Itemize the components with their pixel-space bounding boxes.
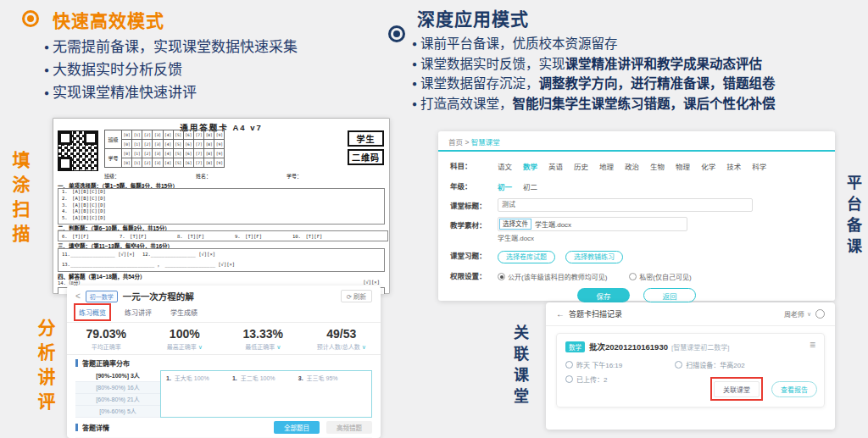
subject-option-英语[interactable]: 英语 [548, 163, 563, 171]
subject-option-数学[interactable]: 数学 [523, 163, 537, 171]
bullet-item: ●课堂数据留存沉淀，调整教学方向，进行精准备课，错题组卷 [412, 74, 776, 94]
student-name: 王二毛 [241, 375, 260, 381]
dist-range-list: [90%-100%] 3人[80%-90%) 16人[60%-80%) 21人[… [75, 370, 160, 418]
subject-option-生物[interactable]: 生物 [650, 163, 665, 171]
bullet-text: 无需提前备课，实现课堂数据快速采集 [53, 39, 298, 55]
id-row-label: 班级 [105, 130, 122, 149]
permission-option[interactable]: 公开(该年级该科目的教师均可见) [498, 274, 607, 281]
stat-block: 79.03%平均正确率 [67, 327, 146, 351]
permission-label: 权限设置： [450, 270, 498, 280]
breadcrumb-home[interactable]: 首页 [448, 138, 463, 147]
digit-bubble: [0] [122, 130, 132, 140]
student-entry: 1. 王大毛 100% [166, 374, 232, 382]
subject-option-历史[interactable]: 历史 [574, 163, 588, 171]
permission-option[interactable]: 私密(仅自己可见) [629, 274, 691, 281]
user-dropdown[interactable]: 周老师 ∨ [784, 309, 825, 319]
menu-icon[interactable]: ≡ [810, 339, 815, 351]
choice-answer-box: 1. [A][B][C][D]2. [A][B][C][D]3. [A][B][… [58, 188, 385, 225]
fill-line: 13.______________________________ ， ____… [58, 259, 384, 269]
batch-id: 批次20201210161930 [589, 341, 668, 352]
grade-option-初一[interactable]: 初一 [498, 183, 512, 191]
digit-bubble: [1] [132, 158, 142, 168]
tab-学生成绩[interactable]: 学生成绩 [169, 307, 199, 318]
bullet-text-bold: 智能归集学生课堂练习错题，课后个性化补偿 [513, 97, 776, 111]
back-arrow-icon[interactable]: ← [556, 309, 565, 319]
lesson-prep-panel: 首页 > 智慧课堂 科目： 语文数学英语历史地理政治生物物理化学技术科学 年级：… [438, 131, 835, 301]
subject-option-语文[interactable]: 语文 [498, 163, 512, 171]
choice-row: 5. [A][B][C][D] [58, 215, 384, 222]
subject-option-政治[interactable]: 政治 [625, 163, 639, 171]
material-file-input[interactable]: 选择文件 学生端.docx [498, 217, 687, 231]
permission-option-label: 公开(该年级该科目的教师均可见) [508, 274, 607, 281]
frequent-errors-button[interactable]: 高频错题 [326, 421, 372, 434]
student-entry: 1. 王二毛 100% [232, 374, 298, 382]
chevron-down-icon[interactable]: ∨ [360, 344, 366, 350]
chevron-down-icon[interactable]: ∨ [275, 344, 281, 350]
digit-bubble: [2] [142, 140, 153, 149]
back-icon[interactable]: < [75, 291, 81, 301]
link-class-button[interactable]: 关联课堂 [714, 381, 760, 397]
digit-bubble: [0] [122, 149, 132, 158]
deep-mode-bullets: ●课前平台备课，优质校本资源留存●课堂数据实时反馈，实现课堂精准讲评和教学成果动… [412, 34, 776, 114]
bullet-dot: ● [44, 88, 49, 97]
dist-range-item[interactable]: [80%-90%) 16人 [75, 382, 160, 394]
bullet-dot: ● [412, 99, 417, 108]
return-button[interactable]: 返回 [643, 288, 696, 302]
qr-code [58, 130, 98, 171]
exercise-button[interactable]: 选择卷库试题 [498, 251, 555, 263]
scanner-icon [675, 361, 682, 369]
exercise-button[interactable]: 选择教辅练习 [565, 251, 623, 263]
stat-block: 49/53预计人数/总人数 ∨ [303, 327, 381, 351]
grade-option-初二[interactable]: 初二 [523, 183, 537, 191]
scan-record-panel: ← 答题卡扫描记录 周老师 ∨ 数学 批次20201210161930 [智慧课… [546, 302, 835, 430]
dist-range-item[interactable]: [60%-80%) 21人 [75, 394, 160, 406]
dist-range-item[interactable]: [0%-60%) 5人 [75, 406, 160, 418]
batch-note: [智慧课堂初二数学] [671, 342, 729, 352]
scan-title: 答题卡扫描记录 [569, 308, 622, 319]
bullet-text: 课堂数据留存沉淀， [420, 76, 539, 91]
dist-range-item[interactable]: [90%-100%] 3人 [75, 370, 160, 382]
digit-bubble: [9] [214, 158, 225, 168]
subject-option-物理[interactable]: 物理 [676, 163, 690, 171]
digit-bubble: [3] [153, 158, 163, 168]
digit-bubble: [5] [173, 149, 183, 158]
digit-bubble: [5] [173, 158, 183, 168]
exercise-label: 课堂习题： [450, 250, 498, 260]
chevron-down-icon: ∨ [807, 311, 811, 318]
digit-bubble: [4] [163, 130, 173, 140]
analysis-tabs: 练习概览练习讲评学生成绩 [67, 304, 381, 322]
digit-bubble: [4] [163, 149, 173, 158]
radio-icon[interactable] [629, 273, 637, 280]
permission-options: 公开(该年级该科目的教师均可见)私密(仅自己可见) [498, 268, 714, 283]
tab-练习概览[interactable]: 练习概览 [77, 307, 108, 318]
bullet-text: 大数据实时分析反馈 [53, 62, 182, 78]
digit-bubble: [1] [132, 149, 142, 158]
grade-options: 初一初二 [498, 178, 548, 193]
digit-bubble: [5] [173, 130, 183, 140]
subject-option-化学[interactable]: 化学 [701, 163, 715, 171]
student-entry: 3. 王三毛 95% [298, 374, 364, 382]
stat-label: 预计人数/总人数 ∨ [303, 342, 381, 351]
subject-option-技术[interactable]: 技术 [726, 163, 741, 171]
view-report-button[interactable]: 查看报告 [771, 381, 817, 397]
choice-row: 4. [A][B][C][D] [58, 208, 384, 215]
chevron-down-icon[interactable]: ∨ [197, 344, 203, 350]
save-button[interactable]: 保存 [577, 288, 630, 302]
choose-file-button[interactable]: 选择文件 [499, 219, 531, 230]
digit-bubble: [9] [214, 149, 225, 158]
subject-option-科学[interactable]: 科学 [752, 163, 766, 171]
bullet-dot: ● [412, 59, 417, 69]
label-platform-prep: 平台备课 [842, 175, 864, 259]
radio-icon[interactable] [498, 273, 505, 280]
tab-练习讲评[interactable]: 练习讲评 [123, 307, 153, 318]
digit-bubble: [7] [193, 158, 203, 168]
all-questions-button[interactable]: 全部题目 [274, 421, 320, 434]
subject-option-地理[interactable]: 地理 [599, 163, 614, 171]
class-title-input[interactable]: 测试 [498, 198, 753, 212]
refresh-button[interactable]: ⟳ 刷新 [341, 290, 372, 302]
bullet-item: ●课堂数据实时反馈，实现课堂精准讲评和教学成果动态评估 [412, 54, 776, 75]
choice-row: 1. [A][B][C][D] [58, 189, 384, 196]
student-pct: 95% [326, 375, 338, 381]
grade-label: 年级： [450, 180, 498, 191]
page: 快速高效模式 ●无需提前备课，实现课堂数据快速采集●大数据实时分析反馈●实现课堂… [0, 0, 868, 438]
